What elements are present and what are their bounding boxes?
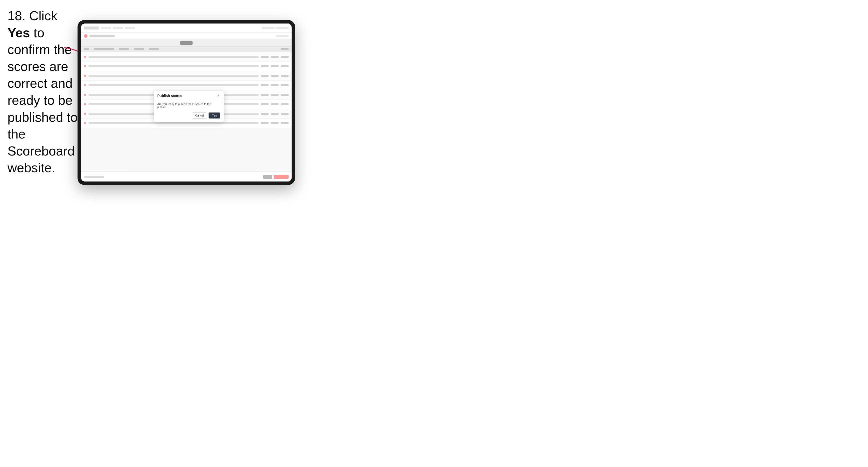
- instruction-suffix: to confirm the scores are correct and re…: [7, 26, 78, 175]
- publish-scores-dialog: Publish scores × Are you ready to publis…: [154, 91, 224, 122]
- tablet-screen: Publish scores × Are you ready to publis…: [81, 24, 291, 182]
- step-number: 18.: [7, 8, 26, 23]
- dialog-header: Publish scores ×: [154, 91, 224, 100]
- dialog-message: Are you ready to publish these scores to…: [157, 102, 220, 108]
- instruction-text: 18. Click Yes to confirm the scores are …: [7, 7, 80, 177]
- dialog-title: Publish scores: [157, 94, 182, 98]
- dialog-actions: Cancel Yes: [157, 113, 220, 119]
- dialog-body: Are you ready to publish these scores to…: [154, 100, 224, 122]
- yes-button[interactable]: Yes: [209, 113, 220, 119]
- cancel-button[interactable]: Cancel: [192, 113, 207, 119]
- tablet-device: Publish scores × Are you ready to publis…: [78, 20, 295, 185]
- yes-emphasis: Yes: [7, 26, 30, 40]
- dialog-close-button[interactable]: ×: [216, 94, 220, 98]
- instruction-prefix: Click: [29, 8, 58, 23]
- dialog-overlay: Publish scores × Are you ready to publis…: [81, 24, 291, 182]
